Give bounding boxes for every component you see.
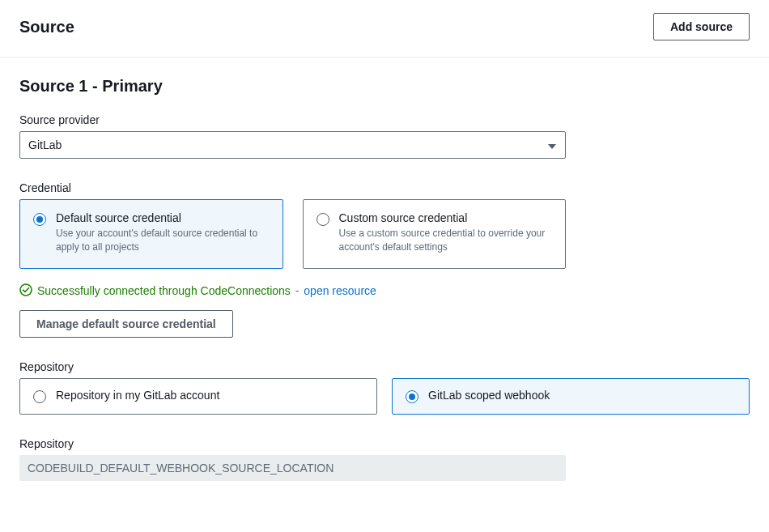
source-provider-label: Source provider	[19, 113, 750, 126]
credential-option-custom[interactable]: Custom source credential Use a custom so…	[303, 199, 567, 269]
credential-label: Credential	[19, 181, 750, 194]
tile-title: Default source credential	[56, 211, 270, 224]
check-circle-icon	[19, 283, 32, 299]
source-provider-select-wrap: GitLab	[19, 131, 566, 159]
page-title: Source	[19, 18, 74, 36]
credential-field: Credential Default source credential Use…	[19, 181, 750, 269]
tile-desc: Use a custom source credential to overri…	[339, 227, 553, 255]
status-text: Successfully connected through CodeConne…	[37, 284, 291, 297]
repository-type-label: Repository	[19, 360, 750, 373]
svg-point-0	[20, 284, 32, 296]
section-title: Source 1 - Primary	[19, 77, 750, 96]
repository-option-scoped-webhook[interactable]: GitLab scoped webhook	[392, 378, 750, 415]
source-provider-select[interactable]: GitLab	[19, 131, 566, 159]
open-resource-link[interactable]: open resource	[304, 284, 376, 297]
tile-body: Custom source credential Use a custom so…	[339, 211, 553, 255]
credential-tiles: Default source credential Use your accou…	[19, 199, 566, 269]
radio-icon	[317, 213, 329, 226]
tile-title: Repository in my GitLab account	[56, 389, 219, 402]
content: Source 1 - Primary Source provider GitLa…	[0, 57, 769, 500]
add-source-button[interactable]: Add source	[653, 13, 750, 40]
repository-option-account[interactable]: Repository in my GitLab account	[19, 378, 377, 415]
manage-credential-wrap: Manage default source credential	[19, 310, 750, 338]
repository-type-field: Repository Repository in my GitLab accou…	[19, 360, 750, 415]
tile-title: GitLab scoped webhook	[428, 389, 550, 402]
radio-icon	[33, 213, 46, 226]
status-separator: -	[295, 284, 300, 297]
repository-tiles: Repository in my GitLab account GitLab s…	[19, 378, 750, 415]
repository-value-field: Repository	[19, 437, 750, 481]
manage-credential-button[interactable]: Manage default source credential	[19, 310, 233, 338]
tile-title: Custom source credential	[339, 211, 553, 224]
tile-body: Default source credential Use your accou…	[56, 211, 270, 255]
tile-desc: Use your account's default source creden…	[56, 227, 270, 255]
repository-value-label: Repository	[19, 437, 750, 450]
radio-icon	[406, 390, 418, 403]
page-header: Source Add source	[0, 0, 769, 57]
credential-option-default[interactable]: Default source credential Use your accou…	[19, 199, 283, 269]
source-provider-field: Source provider GitLab	[19, 113, 750, 159]
connection-status: Successfully connected through CodeConne…	[19, 283, 750, 299]
radio-icon	[33, 390, 46, 403]
repository-value-input[interactable]	[19, 455, 566, 481]
